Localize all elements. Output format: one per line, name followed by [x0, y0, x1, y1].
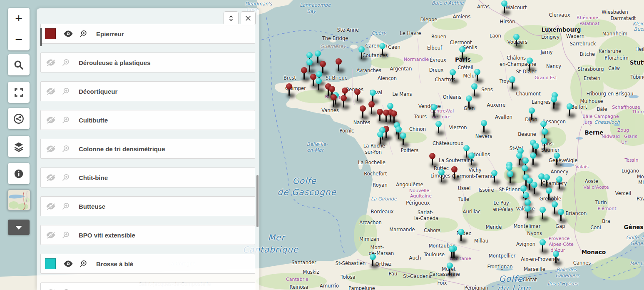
search-button[interactable] — [8, 54, 30, 75]
marker-ball-icon — [540, 121, 547, 127]
marker-ball-icon — [551, 96, 557, 102]
zoom-to-extent-icon — [61, 87, 70, 96]
marker-ball-icon — [533, 143, 539, 149]
minimap-toggle[interactable] — [7, 189, 31, 211]
browse-panel: Epierreur Dérouleuse à plastiques — [37, 8, 259, 290]
marker-ball-icon — [501, 0, 507, 7]
marker-ball-icon — [509, 76, 515, 82]
fullscreen-button[interactable] — [8, 82, 30, 103]
toggle-visibility-button[interactable] — [45, 288, 56, 290]
marker-ball-icon — [286, 83, 292, 90]
toggle-visibility-button[interactable] — [45, 202, 56, 211]
marker-ball-icon — [431, 104, 437, 110]
marker-ball-icon — [463, 145, 470, 151]
marker-ball-icon — [491, 170, 497, 176]
minimap-thumbnail — [8, 190, 30, 210]
layer-row[interactable]: Décortiqueur — [40, 81, 255, 101]
layer-row[interactable]: Dérouleuse à plastiques — [40, 52, 255, 72]
zoom-to-layer-button[interactable] — [77, 259, 89, 268]
marker-ball-icon — [383, 110, 389, 116]
layer-row[interactable]: BPO viti extensible — [40, 225, 255, 245]
zoom-in-button[interactable]: + — [8, 8, 30, 29]
toggle-visibility-button[interactable] — [45, 58, 56, 67]
marker-ball-icon — [544, 174, 550, 180]
eye-off-icon — [46, 88, 56, 95]
layers-button[interactable] — [8, 136, 30, 157]
eye-off-icon — [46, 116, 56, 124]
marker-ball-icon — [529, 108, 535, 114]
layer-row[interactable]: Cultibutte — [40, 110, 255, 130]
marker-ball-icon — [447, 262, 453, 269]
zoom-to-layer-button[interactable] — [60, 288, 71, 290]
toggle-visibility-button[interactable] — [45, 87, 56, 96]
zoom-to-extent-icon — [61, 202, 70, 211]
marker-ball-icon — [435, 121, 442, 127]
panel-scrollbar[interactable] — [256, 175, 259, 227]
close-icon — [244, 15, 252, 22]
marker-ball-icon — [310, 74, 316, 80]
marker-ball-icon — [468, 152, 475, 159]
marker-ball-icon — [567, 103, 573, 110]
marker-ball-icon — [449, 246, 455, 252]
more-controls-button[interactable] — [8, 220, 30, 235]
zoom-to-extent-icon — [61, 288, 70, 290]
toggle-visibility-button[interactable] — [45, 115, 56, 125]
layer-name: BPO viti extensible — [79, 232, 135, 239]
marker-ball-icon — [459, 46, 465, 52]
layer-row[interactable]: Epierreur — [40, 24, 255, 44]
toggle-visibility-button[interactable] — [45, 144, 56, 153]
resize-panel-button[interactable] — [224, 11, 239, 25]
share-icon — [13, 113, 25, 125]
zoom-to-layer-button[interactable] — [60, 87, 71, 96]
zoom-to-layer-button[interactable] — [60, 144, 71, 153]
about-button[interactable] — [8, 163, 30, 184]
marker-ball-icon — [554, 152, 560, 159]
marker-ball-icon — [301, 67, 307, 73]
marker-ball-icon — [395, 126, 402, 132]
marker-ball-icon — [540, 207, 546, 213]
marker-ball-icon — [556, 176, 562, 182]
zoom-to-layer-button[interactable] — [60, 202, 71, 211]
zoom-to-extent-icon — [79, 30, 87, 38]
zoom-out-button[interactable]: − — [8, 29, 30, 50]
marker-ball-icon — [331, 94, 337, 100]
marker-ball-icon — [400, 132, 406, 139]
zoom-to-extent-icon — [61, 116, 70, 125]
zoom-to-layer-button[interactable] — [60, 115, 71, 125]
search-icon — [13, 60, 24, 70]
marker-ball-icon — [471, 83, 477, 90]
layer-row[interactable]: Butteuse — [40, 196, 255, 216]
toggle-visibility-button[interactable] — [45, 173, 56, 182]
marker-ball-icon — [540, 239, 546, 245]
marker-ball-icon — [513, 34, 520, 40]
layer-color-swatch — [45, 258, 56, 269]
eye-icon — [63, 260, 73, 268]
zoom-to-layer-button[interactable] — [60, 58, 71, 67]
marker-ball-icon — [541, 138, 547, 144]
layer-name: Colonne de tri densimètrique — [79, 145, 165, 152]
layer-row[interactable]: Bineuse PPAM — [40, 282, 255, 290]
zoom-to-layer-button[interactable] — [77, 29, 89, 38]
marker-ball-icon — [368, 101, 375, 108]
marker-ball-icon — [379, 43, 385, 49]
toggle-visibility-button[interactable] — [62, 259, 74, 268]
marker-ball-icon — [329, 86, 335, 92]
marker-ball-icon — [530, 152, 536, 159]
zoom-to-layer-button[interactable] — [60, 173, 71, 182]
eye-off-icon — [46, 59, 56, 66]
zoom-to-layer-button[interactable] — [60, 230, 71, 240]
toggle-visibility-button[interactable] — [62, 29, 74, 38]
layer-row[interactable]: Colonne de tri densimètrique — [40, 139, 255, 159]
close-panel-button[interactable] — [241, 11, 256, 25]
chevron-up-down-icon — [227, 14, 235, 22]
share-button[interactable] — [8, 108, 30, 129]
marker-ball-icon — [522, 165, 528, 171]
marker-ball-icon — [474, 69, 480, 75]
marker-ball-icon — [527, 58, 533, 64]
zoom-to-extent-icon — [61, 231, 70, 240]
toggle-visibility-button[interactable] — [45, 230, 56, 240]
layer-row[interactable]: Brosse à blé — [40, 254, 255, 274]
layer-row[interactable]: Chtit-bine — [40, 168, 255, 188]
marker-ball-icon — [553, 251, 559, 257]
marker-ball-icon — [358, 46, 365, 52]
